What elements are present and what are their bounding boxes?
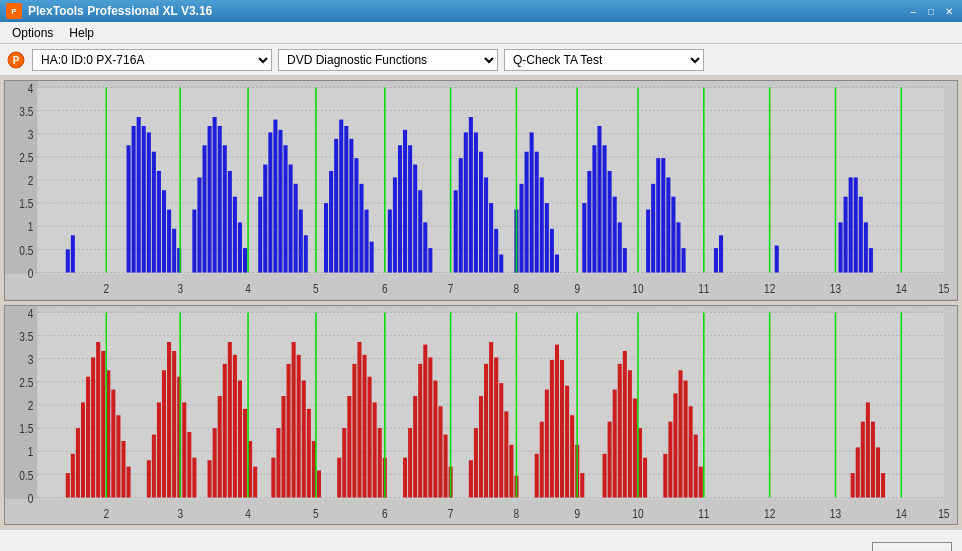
- svg-text:10: 10: [632, 506, 643, 519]
- svg-rect-253: [603, 453, 607, 497]
- svg-text:0: 0: [28, 267, 34, 280]
- svg-rect-175: [91, 357, 95, 497]
- svg-rect-120: [864, 222, 868, 272]
- svg-rect-209: [302, 380, 306, 497]
- svg-rect-270: [851, 473, 855, 497]
- svg-rect-244: [540, 421, 544, 497]
- svg-rect-190: [182, 402, 186, 497]
- svg-rect-42: [223, 145, 227, 272]
- svg-rect-188: [172, 350, 176, 497]
- svg-rect-53: [289, 165, 293, 273]
- svg-text:6: 6: [382, 282, 388, 295]
- svg-rect-55: [299, 210, 303, 273]
- svg-rect-95: [582, 203, 586, 272]
- svg-rect-41: [218, 126, 222, 273]
- svg-rect-23: [66, 249, 70, 272]
- svg-rect-248: [560, 359, 564, 497]
- svg-rect-115: [839, 222, 843, 272]
- top-chart: 4 3.5 3 2.5 2 1.5 1 0.5 0: [4, 80, 958, 301]
- svg-rect-224: [408, 428, 412, 497]
- bottom-panel: Jitter: 4 Peak Shift: 4 TA Quality Indic…: [0, 529, 962, 551]
- svg-rect-33: [167, 210, 171, 273]
- svg-rect-241: [509, 444, 513, 497]
- svg-rect-220: [373, 402, 377, 497]
- svg-rect-258: [628, 370, 632, 497]
- svg-rect-173: [81, 402, 85, 497]
- svg-rect-29: [147, 132, 151, 272]
- svg-text:1.5: 1.5: [19, 422, 33, 435]
- svg-text:2: 2: [103, 506, 109, 519]
- start-button[interactable]: Start: [872, 542, 952, 552]
- svg-rect-32: [162, 190, 166, 272]
- svg-text:3: 3: [28, 128, 34, 141]
- svg-text:6: 6: [382, 506, 388, 519]
- svg-rect-93: [550, 229, 554, 273]
- svg-rect-243: [535, 453, 539, 497]
- svg-rect-59: [334, 139, 338, 273]
- svg-rect-76: [454, 190, 458, 272]
- svg-rect-204: [276, 428, 280, 497]
- svg-text:11: 11: [698, 506, 709, 519]
- svg-rect-239: [499, 383, 503, 497]
- device-select[interactable]: HA:0 ID:0 PX-716A: [32, 49, 272, 71]
- svg-rect-26: [132, 126, 136, 273]
- svg-rect-71: [408, 145, 412, 272]
- function-select[interactable]: DVD Diagnostic Functions: [278, 49, 498, 71]
- svg-rect-210: [307, 408, 311, 497]
- svg-rect-85: [499, 255, 503, 273]
- svg-rect-215: [347, 395, 351, 497]
- svg-rect-77: [459, 158, 463, 272]
- bottom-chart: 4 3.5 3 2.5 2 1.5 1 0.5 0: [4, 305, 958, 526]
- svg-rect-276: [881, 473, 885, 497]
- svg-text:4: 4: [245, 282, 251, 295]
- app-logo-icon: P: [6, 3, 22, 19]
- svg-rect-84: [494, 229, 498, 273]
- svg-rect-266: [684, 380, 688, 497]
- svg-rect-40: [213, 117, 217, 273]
- svg-rect-254: [608, 421, 612, 497]
- svg-text:0: 0: [28, 491, 34, 504]
- titlebar: P PlexTools Professional XL V3.16 – □ ✕: [0, 0, 962, 22]
- svg-rect-90: [535, 152, 539, 273]
- svg-rect-37: [197, 177, 201, 272]
- svg-rect-112: [714, 248, 718, 272]
- svg-rect-52: [284, 145, 288, 272]
- svg-rect-219: [368, 376, 372, 497]
- maximize-button[interactable]: □: [924, 4, 938, 18]
- svg-rect-114: [775, 246, 779, 273]
- svg-rect-184: [152, 434, 156, 497]
- svg-rect-205: [281, 395, 285, 497]
- svg-rect-24: [71, 235, 75, 272]
- minimize-button[interactable]: –: [906, 4, 920, 18]
- test-select[interactable]: Q-Check TA Test: [504, 49, 704, 71]
- svg-rect-34: [172, 229, 176, 273]
- svg-text:2: 2: [103, 282, 109, 295]
- svg-text:3.5: 3.5: [19, 105, 33, 118]
- svg-rect-27: [137, 117, 141, 273]
- svg-rect-106: [656, 158, 660, 272]
- svg-rect-183: [147, 460, 151, 497]
- svg-rect-97: [592, 145, 596, 272]
- device-icon: P: [6, 50, 26, 70]
- svg-rect-203: [271, 457, 275, 497]
- svg-rect-231: [444, 434, 448, 497]
- svg-text:9: 9: [574, 506, 580, 519]
- close-button[interactable]: ✕: [942, 4, 956, 18]
- svg-rect-51: [278, 130, 282, 273]
- svg-text:12: 12: [764, 282, 775, 295]
- svg-rect-82: [484, 177, 488, 272]
- svg-rect-46: [243, 248, 247, 272]
- menu-options[interactable]: Options: [4, 24, 61, 42]
- svg-rect-221: [378, 428, 382, 497]
- svg-rect-64: [359, 184, 363, 273]
- svg-rect-238: [494, 357, 498, 497]
- svg-rect-265: [678, 370, 682, 497]
- svg-rect-58: [329, 171, 333, 273]
- svg-text:13: 13: [830, 282, 841, 295]
- svg-rect-67: [388, 210, 392, 273]
- svg-rect-202: [253, 466, 257, 497]
- svg-rect-197: [228, 341, 232, 497]
- svg-rect-99: [603, 145, 607, 272]
- menu-help[interactable]: Help: [61, 24, 102, 42]
- svg-text:13: 13: [830, 506, 841, 519]
